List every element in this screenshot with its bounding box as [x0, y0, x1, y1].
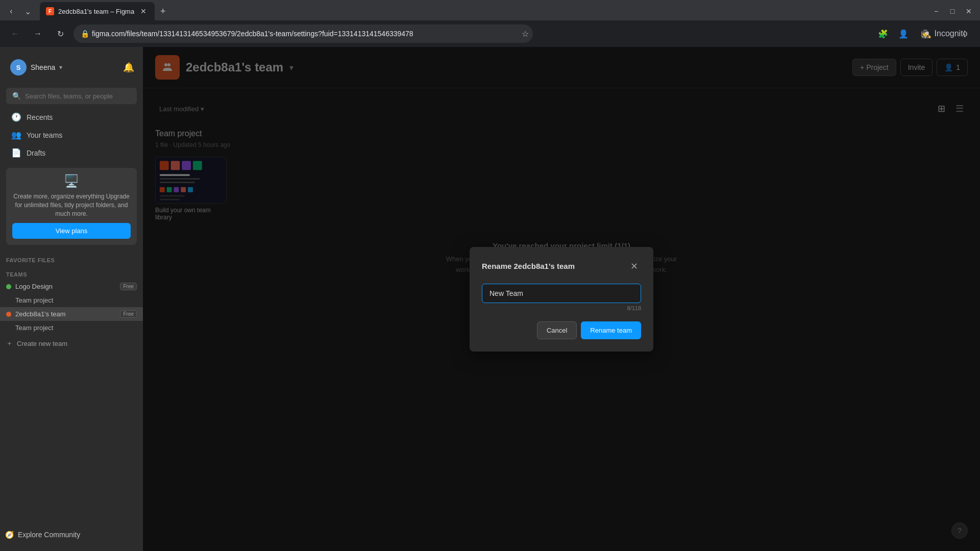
rename-team-modal: Rename 2edcb8a1's team ✕ 8/118 Cancel Re… — [470, 247, 653, 352]
sidebar-2edcb8a1-team-project[interactable]: Team project — [0, 321, 143, 335]
bookmark-icon[interactable]: ☆ — [522, 29, 529, 39]
sidebar-logo-design-team-project[interactable]: Team project — [0, 293, 143, 307]
modal-overlay: Rename 2edcb8a1's team ✕ 8/118 Cancel Re… — [143, 47, 980, 551]
sidebar-top: S Sheena ▾ 🔔 — [0, 47, 143, 84]
browser-right-controls: 🧩 👤 ⊞ 🕵 Incognito ⋮ — [874, 24, 974, 43]
menu-btn[interactable]: ⋮ — [955, 24, 974, 43]
2edcb8a1-team-label: 2edcb8a1's team — [15, 310, 66, 318]
view-plans-button[interactable]: View plans — [12, 223, 131, 239]
url-input[interactable] — [74, 24, 533, 43]
new-tab-btn[interactable]: + — [156, 4, 170, 18]
extensions-btn[interactable]: 🧩 — [874, 24, 892, 43]
search-placeholder: Search files, teams, or people — [25, 92, 113, 100]
cancel-button[interactable]: Cancel — [537, 321, 577, 339]
drafts-label: Drafts — [27, 149, 45, 157]
modal-header: Rename 2edcb8a1's team ✕ — [482, 259, 641, 273]
modal-title: Rename 2edcb8a1's team — [482, 262, 575, 270]
recents-icon: 🕐 — [11, 112, 21, 122]
forward-btn[interactable]: → — [29, 24, 47, 43]
address-bar-row: ← → ↻ 🔒 ☆ 🧩 👤 ⊞ 🕵 Incognito ⋮ — [0, 20, 980, 47]
app-container: S Sheena ▾ 🔔 🔍 Search files, teams, or p… — [0, 47, 980, 551]
main-content: 2edcb8a1's team ▾ + Project Invite 👤 1 L… — [143, 47, 980, 551]
lock-icon: 🔒 — [81, 30, 89, 38]
logo-design-badge: Free — [120, 283, 137, 290]
sidebar-team-logo-design[interactable]: Logo Design Free — [0, 280, 143, 293]
search-icon: 🔍 — [12, 92, 21, 100]
incognito-btn[interactable]: 🕵 Incognito — [935, 24, 953, 43]
tab-dropdown-btn[interactable]: ⌄ — [20, 4, 35, 18]
logo-design-dot — [6, 284, 11, 289]
minimize-btn[interactable]: − — [929, 4, 943, 18]
profile-btn[interactable]: 👤 — [894, 24, 913, 43]
user-caret-icon: ▾ — [59, 64, 62, 71]
explore-icon: 🧭 — [5, 531, 14, 539]
notification-btn[interactable]: 🔔 — [120, 59, 137, 76]
your-teams-icon: 👥 — [11, 130, 21, 140]
user-row[interactable]: S Sheena ▾ — [6, 55, 66, 80]
sidebar-item-your-teams[interactable]: 👥 Your teams — [6, 126, 137, 144]
browser-chrome: ‹ ⌄ F 2edcb8a1's team – Figma ✕ + − □ ✕ … — [0, 0, 980, 47]
upgrade-promo: 🖥️ Create more, organize everything Upgr… — [6, 168, 137, 245]
2edcb8a1-dot — [6, 312, 11, 317]
favorite-files-section: Favorite files — [0, 251, 143, 265]
recents-label: Recents — [27, 113, 53, 121]
2edcb8a1-team-project-label: Team project — [15, 324, 53, 332]
window-controls: − □ ✕ — [929, 4, 976, 18]
modal-actions: Cancel Rename team — [482, 321, 641, 339]
maximize-btn[interactable]: □ — [945, 4, 960, 18]
browser-tabs: ‹ ⌄ F 2edcb8a1's team – Figma ✕ + − □ ✕ — [0, 0, 980, 20]
tab-left-controls: ‹ ⌄ — [4, 4, 35, 18]
figma-favicon: F — [46, 7, 54, 15]
create-team-icon: ＋ — [6, 339, 13, 348]
logo-design-team-project-label: Team project — [15, 296, 53, 304]
your-teams-label: Your teams — [27, 131, 62, 139]
reload-btn[interactable]: ↻ — [51, 24, 69, 43]
sidebar-nav: 🕐 Recents 👥 Your teams 📄 Drafts — [0, 108, 143, 162]
back-btn[interactable]: ← — [6, 24, 24, 43]
create-new-team[interactable]: ＋ Create new team — [0, 335, 143, 352]
tab-close-btn[interactable]: ✕ — [138, 6, 149, 16]
modal-close-button[interactable]: ✕ — [627, 259, 641, 273]
sidebar-item-drafts[interactable]: 📄 Drafts — [6, 144, 137, 162]
sidebar: S Sheena ▾ 🔔 🔍 Search files, teams, or p… — [0, 47, 143, 551]
tab-back-btn[interactable]: ‹ — [4, 4, 18, 18]
incognito-icon: 🕵 — [921, 29, 932, 39]
address-wrapper: 🔒 ☆ — [74, 24, 533, 43]
char-count: 8/118 — [482, 305, 641, 311]
active-tab[interactable]: F 2edcb8a1's team – Figma ✕ — [40, 2, 155, 20]
rename-team-button[interactable]: Rename team — [581, 321, 641, 339]
explore-label: Explore Community — [18, 531, 80, 539]
user-name: Sheena — [31, 63, 55, 71]
drafts-icon: 📄 — [11, 148, 21, 158]
2edcb8a1-badge: Free — [120, 310, 137, 318]
sidebar-item-recents[interactable]: 🕐 Recents — [6, 108, 137, 126]
explore-community[interactable]: 🧭 Explore Community — [0, 527, 143, 543]
promo-text: Create more, organize everything Upgrade… — [12, 192, 131, 218]
create-team-label: Create new team — [17, 340, 67, 347]
search-bar[interactable]: 🔍 Search files, teams, or people — [6, 88, 137, 104]
sidebar-team-2edcb8a1[interactable]: 2edcb8a1's team Free — [0, 307, 143, 321]
avatar: S — [10, 59, 27, 76]
rename-input[interactable] — [482, 284, 641, 303]
logo-design-label: Logo Design — [15, 283, 53, 290]
close-window-btn[interactable]: ✕ — [962, 4, 976, 18]
teams-section: Teams — [0, 265, 143, 280]
tab-title: 2edcb8a1's team – Figma — [58, 8, 134, 15]
promo-icon: 🖥️ — [12, 174, 131, 188]
